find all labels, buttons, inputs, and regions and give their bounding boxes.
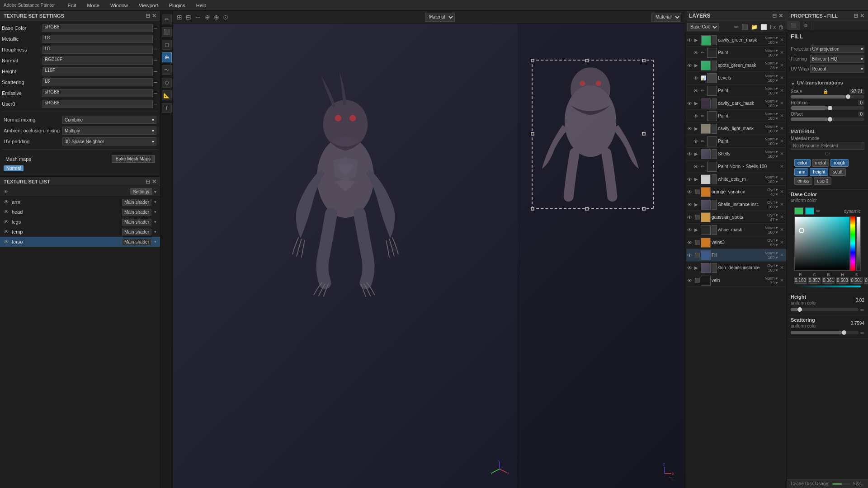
offset-slider-thumb[interactable] <box>828 117 832 122</box>
minimize-tsl-icon[interactable]: ⊟ <box>146 178 150 185</box>
layer-mask-icon[interactable]: ⬜ <box>760 23 768 31</box>
height-slider[interactable] <box>791 308 859 311</box>
channel-format-height[interactable]: L16F <box>42 67 153 75</box>
menu-plugins[interactable]: Plugins <box>167 2 187 9</box>
eye-shells-instance[interactable]: 👁 <box>687 202 693 207</box>
eye-fill-selected[interactable]: 👁 <box>687 253 693 258</box>
properties-minimize-icon[interactable]: ⊟ <box>854 13 858 19</box>
layer-fx-icon[interactable]: Fx <box>769 23 777 31</box>
layer-shells[interactable]: 👁 ▶ Shells Norm ▾ 100 ▾ ✕ <box>686 148 786 160</box>
tool-select[interactable]: ⊕ <box>162 52 172 62</box>
layer-vein[interactable]: 👁 ⬛ vein Norm ▾ 79 ▾ ✕ <box>686 274 786 287</box>
height-slider-thumb[interactable] <box>797 307 802 312</box>
layer-whire-mask[interactable]: 👁 ▶ whire_mask Norm ▾ 100 ▾ ✕ <box>686 224 786 236</box>
eye-gaussian[interactable]: 👁 <box>687 215 693 220</box>
tsl-item-temp[interactable]: 👁 temp Main shader ▾ <box>0 227 160 237</box>
layer-paint-icon[interactable]: ✏ <box>733 23 740 31</box>
mat-btn-color[interactable]: color <box>794 159 811 167</box>
eye-cavity-green[interactable]: 👁 <box>687 38 693 43</box>
channel-remove-emissive[interactable]: − <box>153 89 158 97</box>
props-tab-fill[interactable]: ⬛ <box>787 21 800 30</box>
eye-orange-variation[interactable]: 👁 <box>687 189 693 195</box>
tool-text[interactable]: T <box>162 103 172 113</box>
eye-cavity-light[interactable]: 👁 <box>687 126 693 131</box>
h-value[interactable]: 0.503 <box>836 277 849 284</box>
layer-paint-4[interactable]: 👁 ✏ Paint Norm ▾ 100 ▾ ✕ <box>686 135 786 148</box>
tsl-item-arm[interactable]: 👁 arm Main shader ▾ <box>0 197 160 207</box>
eye-veins3[interactable]: 👁 <box>687 240 693 245</box>
tsl-item-legs[interactable]: 👁 legs Main shader ▾ <box>0 217 160 227</box>
layer-close-paint-shells[interactable]: ✕ <box>779 164 785 169</box>
tool-smudge[interactable]: 〜 <box>162 65 172 75</box>
channel-remove-scattering[interactable]: − <box>153 79 158 86</box>
layer-skin-details[interactable]: 👁 ▶ skin_details instance Ovrl ▾ 100 ▾ ✕ <box>686 262 786 274</box>
g-value[interactable]: 0.357 <box>808 277 821 284</box>
viewport-3d[interactable]: X Y Z <box>173 23 518 488</box>
material-select-3d[interactable]: Material <box>425 13 455 22</box>
layer-close-gaussian[interactable]: ✕ <box>779 214 785 220</box>
layer-cavity-light-mask[interactable]: 👁 ▶ cavity_light_mask Norm ▾ 100 ▾ ✕ <box>686 122 786 135</box>
channel-remove-user0[interactable]: − <box>153 100 158 108</box>
eye-paint-shells[interactable]: 👁 <box>693 164 700 169</box>
mat-btn-emiss[interactable]: emiss <box>794 177 812 185</box>
scattering-slider-thumb[interactable] <box>842 330 846 335</box>
channel-format-emissive[interactable]: sRGB8 <box>42 89 153 97</box>
color-edit-icon[interactable]: ✏ <box>816 208 821 214</box>
base-cok-dropdown[interactable]: Base Cok <box>687 23 719 31</box>
properties-close-icon[interactable]: ✕ <box>860 13 864 19</box>
eye-cavity-dark[interactable]: 👁 <box>687 101 693 106</box>
lock-icon[interactable]: 🔒 <box>823 89 828 94</box>
uv-padding-dropdown[interactable]: 3D Space Neighbor ▾ <box>62 137 156 145</box>
channel-remove-roughness[interactable]: − <box>153 46 158 53</box>
tool-erase[interactable]: ◻ <box>162 40 172 50</box>
eye-shells[interactable]: 👁 <box>687 151 693 157</box>
eye-paint-4[interactable]: 👁 <box>693 139 700 144</box>
channel-format-user0[interactable]: sRGB8 <box>42 100 153 108</box>
height-edit-icon[interactable]: ✏ <box>860 307 864 313</box>
mat-btn-metal[interactable]: metal <box>812 159 829 167</box>
channel-format-base-color[interactable]: sRGB8 <box>42 24 153 32</box>
layer-folder-icon[interactable]: 📁 <box>750 23 759 31</box>
layer-close-paint-2[interactable]: ✕ <box>779 88 785 94</box>
layer-paint-1[interactable]: 👁 ✏ Paint Norm ▾ 100 ▾ ✕ <box>686 47 786 59</box>
eye-icon-temp[interactable]: 👁 <box>4 229 9 235</box>
eye-vein[interactable]: 👁 <box>687 278 693 283</box>
layer-close-veins3[interactable]: ✕ <box>779 239 785 245</box>
v-value[interactable]: 0.361 <box>864 277 868 284</box>
eye-levels[interactable]: 👁 <box>693 75 700 81</box>
layer-close-whire-mask[interactable]: ✕ <box>779 227 785 233</box>
rotation-value[interactable]: 0 <box>858 100 864 105</box>
tsl-shader-arm[interactable]: Main shader <box>122 199 151 206</box>
view-icon-arrows[interactable]: ↔ <box>195 14 201 21</box>
projection-select[interactable]: UV projection ▾ <box>811 45 864 53</box>
tool-measure[interactable]: 📐 <box>162 90 172 100</box>
layer-fill-selected[interactable]: 👁 ⬛ Fill Norm ▾ 100 ▾ ✕ <box>686 249 786 262</box>
ambient-occlusion-dropdown[interactable]: Multiply ▾ <box>62 127 156 135</box>
normal-badge[interactable]: Normal <box>4 165 24 171</box>
filtering-select[interactable]: Bilinear | HQ ▾ <box>810 55 864 63</box>
mat-btn-user0[interactable]: user0 <box>814 177 831 185</box>
channel-format-roughness[interactable]: L8 <box>42 46 153 54</box>
close-tsl-icon[interactable]: ✕ <box>152 178 156 185</box>
layer-close-paint-1[interactable]: ✕ <box>779 50 785 56</box>
mat-btn-height[interactable]: height <box>810 168 828 176</box>
scale-slider-thumb[interactable] <box>846 94 850 99</box>
layer-close-levels[interactable]: ✕ <box>779 75 785 81</box>
color-swatch-green[interactable] <box>794 207 803 215</box>
layer-levels[interactable]: 👁 📊 Levels Norm ▾ 100 ▾ ✕ <box>686 72 786 84</box>
layer-paint-2[interactable]: 👁 ✏ Paint Norm ▾ 100 ▾ ✕ <box>686 84 786 97</box>
layer-close-cavity-light[interactable]: ✕ <box>779 126 785 131</box>
material-mode-value[interactable]: No Resource Selected <box>791 142 864 150</box>
layer-cavity-dark-mask[interactable]: 👁 ▶ cavity_dark_mask Norm ▾ 100 ▾ ✕ <box>686 97 786 110</box>
tool-fill[interactable]: ⬛ <box>162 27 172 37</box>
layer-spots-green-mask[interactable]: 👁 ▶ spots_green_mask Norm ▾ 23 ▾ ✕ <box>686 59 786 72</box>
layer-orange-variation[interactable]: 👁 ⬛ orange_variation Ovrl ▾ 40 ▾ ✕ <box>686 186 786 198</box>
uv-transforms-arrow[interactable]: ▼ <box>791 81 795 86</box>
layer-close-spots-green[interactable]: ✕ <box>779 62 785 68</box>
menu-edit[interactable]: Edit <box>66 2 78 9</box>
channel-remove-base-color[interactable]: − <box>153 24 158 32</box>
rotation-slider[interactable] <box>791 106 864 110</box>
bake-mesh-maps-button[interactable]: Bake Mesh Maps <box>112 155 155 163</box>
rotation-slider-thumb[interactable] <box>828 106 832 110</box>
tsl-shader-head[interactable]: Main shader <box>122 209 151 216</box>
